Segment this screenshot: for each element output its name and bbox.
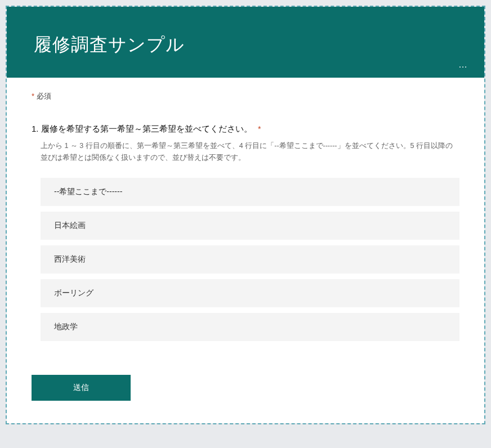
question-description: 上から 1 ～ 3 行目の順番に、第一希望～第三希望を並べて、4 行目に「--希… <box>41 140 459 164</box>
form-title: 履修調査サンプル <box>34 33 457 57</box>
more-options-icon[interactable]: … <box>458 60 468 70</box>
form-container: 履修調査サンプル … *必須 1. 履修を希望する第一希望～第三希望を並べてくだ… <box>6 6 485 424</box>
question-title: 履修を希望する第一希望～第三希望を並べてください。 <box>41 124 252 133</box>
required-asterisk: * <box>32 92 34 100</box>
required-text: 必須 <box>37 92 51 100</box>
question-required-asterisk: * <box>258 124 261 133</box>
ranking-options-list: --希望ここまで------ 日本絵画 西洋美術 ボーリング 地政学 <box>41 178 459 341</box>
question-1: 1. 履修を希望する第一希望～第三希望を並べてください。 * 上から 1 ～ 3… <box>32 124 459 341</box>
required-legend: *必須 <box>32 91 459 101</box>
ranking-option[interactable]: ボーリング <box>41 279 459 307</box>
form-header: 履修調査サンプル … <box>7 7 484 78</box>
ranking-option[interactable]: 地政学 <box>41 313 459 341</box>
submit-button[interactable]: 送信 <box>32 375 131 401</box>
ranking-option[interactable]: 西洋美術 <box>41 245 459 274</box>
form-body: *必須 1. 履修を希望する第一希望～第三希望を並べてください。 * 上から 1… <box>7 78 484 423</box>
ranking-option[interactable]: --希望ここまで------ <box>41 178 459 206</box>
ranking-option[interactable]: 日本絵画 <box>41 212 459 240</box>
question-number: 1. <box>32 124 39 133</box>
